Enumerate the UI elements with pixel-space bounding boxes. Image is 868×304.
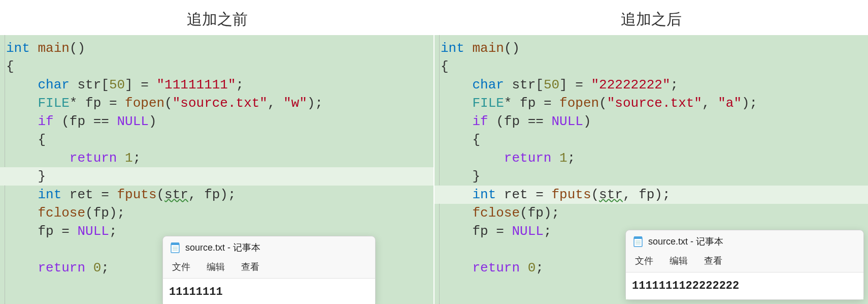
fn-fclose: fclose — [472, 205, 520, 221]
string-literal: "22222222" — [591, 77, 671, 93]
array-size: 50 — [544, 77, 559, 93]
var-fp-close: fp — [93, 205, 109, 221]
var-fp-arg: fp — [204, 187, 220, 202]
keyword-char: char — [472, 77, 504, 93]
header-left: 追加之前 — [0, 0, 434, 35]
keyword-char: char — [38, 77, 69, 93]
type-file: FILE — [472, 96, 504, 111]
var-fp-close: fp — [528, 205, 544, 221]
brace-open: { — [6, 59, 14, 74]
var-fp-assign: fp — [38, 224, 53, 239]
string-literal: "11111111" — [157, 77, 236, 93]
code-panel-before: int main() { char str[50] = "11111111"; … — [0, 35, 433, 304]
headers-row: 追加之前 追加之后 — [0, 0, 868, 35]
type-file: FILE — [38, 96, 69, 111]
null-literal: NULL — [552, 114, 583, 129]
brace-open: { — [441, 59, 449, 74]
keyword-int2: int — [38, 187, 61, 202]
star: * — [504, 96, 512, 111]
keyword-int: int — [441, 41, 464, 56]
parens: () — [504, 41, 520, 56]
code-block-after[interactable]: int main() { char str[50] = "22222222"; … — [435, 35, 868, 277]
var-str-arg: str — [164, 187, 188, 202]
keyword-if: if — [472, 114, 488, 129]
var-fp: fp — [85, 96, 101, 111]
null-literal: NULL — [117, 114, 149, 129]
fopen-mode: "w" — [283, 96, 307, 111]
notepad-content[interactable]: 11111111 — [163, 278, 375, 304]
fn-main: main — [38, 41, 69, 56]
fn-fopen: fopen — [125, 96, 164, 111]
keyword-return: return — [70, 150, 117, 166]
brace-close-inner: } — [472, 169, 480, 184]
var-fp-check: fp — [504, 114, 520, 129]
keyword-int2: int — [472, 187, 496, 202]
parens: () — [70, 41, 85, 56]
var-str-arg: str — [599, 187, 623, 202]
array-size: 50 — [109, 77, 125, 93]
star: * — [70, 96, 78, 111]
fopen-filename: "source.txt" — [173, 96, 268, 111]
var-fp: fp — [520, 96, 536, 111]
fn-fclose: fclose — [38, 205, 85, 221]
return-one: 1 — [125, 150, 133, 166]
header-right: 追加之后 — [434, 0, 868, 35]
code-block-before[interactable]: int main() { char str[50] = "11111111"; … — [0, 35, 433, 277]
keyword-return: return — [504, 150, 552, 166]
fn-fputs: fputs — [551, 187, 591, 202]
null-assign: NULL — [512, 224, 543, 239]
return-zero: 0 — [93, 260, 102, 276]
fopen-filename: "source.txt" — [607, 96, 702, 111]
var-ret: ret — [504, 187, 528, 202]
fn-fputs: fputs — [117, 187, 156, 202]
fn-main: main — [472, 41, 504, 56]
keyword-return-end: return — [38, 260, 85, 276]
null-assign: NULL — [77, 224, 109, 239]
code-panel-after: int main() { char str[50] = "22222222"; … — [433, 35, 868, 304]
return-zero: 0 — [528, 260, 536, 276]
var-fp-check: fp — [70, 114, 85, 129]
panels-row: int main() { char str[50] = "11111111"; … — [0, 35, 868, 304]
var-str: str — [512, 77, 536, 93]
keyword-int: int — [6, 41, 30, 56]
var-fp-assign: fp — [472, 224, 488, 239]
var-str: str — [77, 77, 101, 93]
return-one: 1 — [559, 150, 567, 166]
var-ret: ret — [70, 187, 93, 202]
var-fp-arg: fp — [639, 187, 654, 202]
brace-close-inner: } — [38, 169, 46, 184]
keyword-if: if — [38, 114, 53, 129]
keyword-return-end: return — [472, 260, 520, 276]
fopen-mode: "a" — [718, 96, 742, 111]
fn-fopen: fopen — [559, 96, 599, 111]
